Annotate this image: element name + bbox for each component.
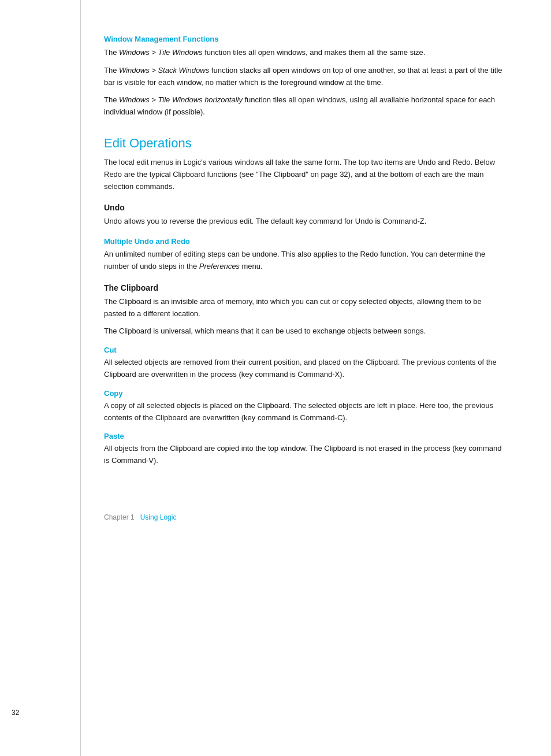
- undo-text: Undo allows you to reverse the previous …: [104, 216, 505, 228]
- paste-title: Paste: [104, 432, 505, 440]
- copy-title: Copy: [104, 389, 505, 398]
- clipboard-title: The Clipboard: [104, 283, 505, 292]
- cut-title: Cut: [104, 346, 505, 354]
- window-management-section: Window Management Functions The Windows …: [104, 35, 505, 118]
- window-management-title: Window Management Functions: [104, 35, 505, 43]
- main-content: Window Management Functions The Windows …: [81, 0, 551, 756]
- clipboard-para1: The Clipboard is an invisible area of me…: [104, 296, 505, 320]
- page-number: 32: [12, 709, 19, 717]
- footer: Chapter 1 Using Logic: [104, 513, 505, 521]
- edit-operations-intro: The local edit menus in Logic's various …: [104, 157, 505, 192]
- chapter-label: Chapter 1: [104, 513, 135, 521]
- paste-text: All objects from the Clipboard are copie…: [104, 443, 505, 467]
- undo-title: Undo: [104, 203, 505, 212]
- edit-operations-title: Edit Operations: [104, 136, 505, 151]
- window-mgmt-para2: The Windows > Stack Windows function sta…: [104, 65, 505, 89]
- left-margin: 32: [0, 0, 81, 756]
- multiple-undo-text: An unlimited number of editing steps can…: [104, 249, 505, 273]
- page-container: 32 Window Management Functions The Windo…: [0, 0, 551, 756]
- window-mgmt-para3: The Windows > Tile Windows horizontally …: [104, 94, 505, 118]
- clipboard-para2: The Clipboard is universal, which means …: [104, 325, 505, 338]
- copy-text: A copy of all selected objects is placed…: [104, 400, 505, 424]
- page-number-text: 32: [12, 709, 19, 717]
- cut-text: All selected objects are removed from th…: [104, 357, 505, 381]
- window-mgmt-para1: The Windows > Tile Windows function tile…: [104, 47, 505, 59]
- multiple-undo-title: Multiple Undo and Redo: [104, 237, 505, 246]
- chapter-link: Using Logic: [140, 513, 177, 521]
- edit-operations-section: Edit Operations The local edit menus in …: [104, 136, 505, 467]
